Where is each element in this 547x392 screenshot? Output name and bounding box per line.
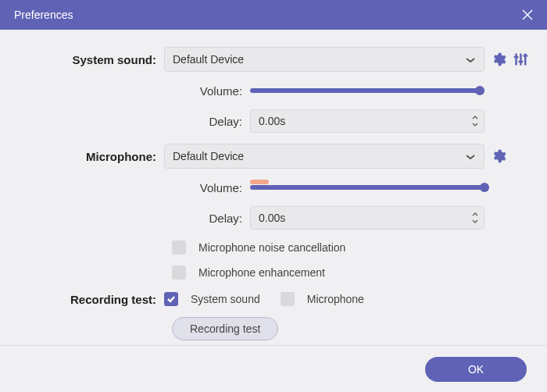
enhancement-checkbox[interactable]	[172, 265, 186, 280]
close-button[interactable]	[519, 6, 536, 23]
ok-button[interactable]: OK	[425, 357, 527, 382]
noise-cancel-checkbox[interactable]	[172, 241, 186, 255]
recording-test-label: Recording test:	[16, 293, 164, 306]
close-icon	[521, 9, 534, 21]
gear-icon	[491, 148, 506, 164]
titlebar: Preferences	[0, 0, 547, 30]
microphone-device-value: Default Device	[173, 150, 244, 162]
system-delay-down[interactable]	[471, 121, 479, 129]
mic-volume-label: Volume:	[16, 181, 250, 194]
svg-rect-3	[514, 56, 519, 59]
recording-test-button[interactable]: Recording test	[172, 317, 278, 340]
chevron-down-icon	[465, 53, 476, 66]
check-icon	[166, 295, 176, 303]
system-sound-device-dropdown[interactable]: Default Device	[164, 47, 484, 72]
svg-rect-4	[520, 54, 522, 66]
svg-rect-7	[523, 55, 527, 57]
system-delay-value: 0.00s	[259, 115, 285, 127]
mic-delay-down[interactable]	[471, 218, 479, 226]
system-sound-device-value: Default Device	[173, 53, 244, 66]
chevron-down-icon	[465, 150, 476, 162]
microphone-label: Microphone:	[16, 150, 164, 163]
mixer-icon	[513, 52, 528, 67]
system-delay-label: Delay:	[16, 115, 250, 128]
test-microphone-checkbox[interactable]	[281, 292, 295, 306]
window-title: Preferences	[14, 9, 73, 21]
system-volume-label: Volume:	[16, 84, 250, 98]
footer: OK	[0, 345, 547, 392]
mic-volume-slider[interactable]	[250, 180, 484, 195]
system-sound-label: System sound:	[16, 53, 164, 66]
content-area: System sound: Default Device Volume: Del…	[0, 30, 547, 340]
noise-cancel-label: Microphone noise cancellation	[198, 241, 345, 254]
test-microphone-label: Microphone	[307, 293, 364, 305]
microphone-device-dropdown[interactable]: Default Device	[164, 144, 484, 169]
gear-icon	[491, 52, 506, 67]
test-system-sound-label: System sound	[191, 293, 260, 305]
test-system-sound-checkbox[interactable]	[164, 292, 178, 306]
mic-delay-input[interactable]: 0.00s	[250, 206, 484, 230]
system-delay-up[interactable]	[471, 113, 479, 121]
system-delay-input[interactable]: 0.00s	[250, 109, 484, 133]
mic-delay-up[interactable]	[471, 210, 479, 218]
microphone-settings-button[interactable]	[491, 148, 506, 164]
system-sound-mixer-button[interactable]	[513, 52, 528, 67]
mic-delay-value: 0.00s	[259, 212, 285, 224]
system-volume-slider[interactable]	[250, 83, 484, 98]
svg-rect-2	[515, 54, 517, 66]
mic-delay-label: Delay:	[16, 212, 250, 225]
system-sound-settings-button[interactable]	[491, 52, 506, 67]
svg-rect-5	[519, 61, 524, 63]
enhancement-label: Microphone enhancement	[198, 266, 325, 279]
